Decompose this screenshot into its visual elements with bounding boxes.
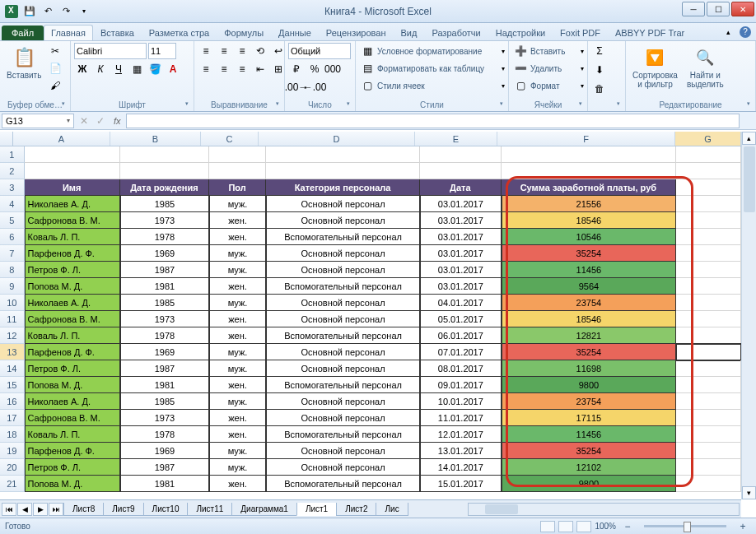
header-cell[interactable]: Дата <box>420 179 502 196</box>
redo-icon[interactable]: ↷ <box>58 3 74 20</box>
sex-cell[interactable]: муж. <box>209 262 266 278</box>
date-cell[interactable]: 03.01.2017 <box>420 245 502 262</box>
name-cell[interactable]: Попова М. Д. <box>25 476 120 492</box>
sort-filter-button[interactable]: 🔽 Сортировка и фильтр <box>629 43 681 91</box>
minimize-ribbon-icon[interactable]: ▴ <box>720 24 736 40</box>
cell[interactable] <box>502 163 677 179</box>
category-cell[interactable]: Основной персонал <box>266 459 420 476</box>
salary-cell[interactable]: 11456 <box>502 262 677 278</box>
merge-icon[interactable]: ⊞ <box>270 61 287 77</box>
row-header[interactable]: 10 <box>0 295 25 311</box>
birth-cell[interactable]: 1981 <box>120 278 209 295</box>
birth-cell[interactable]: 1969 <box>120 443 209 459</box>
save-icon[interactable]: 💾 <box>21 3 38 20</box>
birth-cell[interactable]: 1985 <box>120 196 209 212</box>
date-cell[interactable]: 03.01.2017 <box>420 229 502 245</box>
scroll-up-icon[interactable]: ▴ <box>742 132 756 145</box>
view-break-icon[interactable] <box>576 521 591 532</box>
ribbon-tab[interactable]: Вид <box>394 25 425 40</box>
name-box[interactable]: G13▾ <box>2 114 74 128</box>
salary-cell[interactable]: 12821 <box>502 327 677 344</box>
category-cell[interactable]: Основной персонал <box>266 196 420 212</box>
column-header[interactable]: G <box>675 132 741 146</box>
name-cell[interactable]: Попова М. Д. <box>25 377 120 393</box>
sheet-nav-first-icon[interactable]: ⏮ <box>2 503 16 516</box>
birth-cell[interactable]: 1978 <box>120 327 209 344</box>
view-normal-icon[interactable] <box>540 521 555 532</box>
header-cell[interactable]: Пол <box>209 179 266 196</box>
sex-cell[interactable]: муж. <box>209 459 266 476</box>
name-cell[interactable]: Петров Ф. Л. <box>25 360 120 377</box>
cell[interactable] <box>209 146 266 163</box>
row-header[interactable]: 15 <box>0 377 25 393</box>
sheet-tab[interactable]: Лис <box>376 503 408 516</box>
header-cell[interactable]: Сумма заработной платы, руб <box>502 179 677 196</box>
qa-customize-icon[interactable]: ▾ <box>76 3 92 20</box>
sheet-tab[interactable]: Диаграмма1 <box>231 503 297 516</box>
row-header[interactable]: 5 <box>0 212 25 229</box>
category-cell[interactable]: Вспомогательный персонал <box>266 377 420 393</box>
birth-cell[interactable]: 1985 <box>120 393 209 410</box>
date-cell[interactable]: 15.01.2017 <box>420 476 502 492</box>
orientation-icon[interactable]: ⟲ <box>252 43 268 59</box>
row-header[interactable]: 16 <box>0 393 25 410</box>
ribbon-tab[interactable]: Вставка <box>93 25 142 40</box>
cell[interactable] <box>676 377 741 393</box>
ribbon-tab[interactable]: Главная <box>44 25 93 40</box>
category-cell[interactable]: Основной персонал <box>266 344 420 360</box>
name-cell[interactable]: Коваль Л. П. <box>25 426 120 443</box>
select-all-corner[interactable] <box>0 132 13 146</box>
salary-cell[interactable]: 9800 <box>502 476 677 492</box>
column-header[interactable]: A <box>13 132 110 146</box>
category-cell[interactable]: Основной персонал <box>266 212 420 229</box>
sheet-tab[interactable]: Лист10 <box>143 503 189 516</box>
sex-cell[interactable]: жен. <box>209 426 266 443</box>
zoom-in-icon[interactable]: + <box>735 518 751 535</box>
row-header[interactable]: 19 <box>0 443 25 459</box>
row-header[interactable]: 7 <box>0 245 25 262</box>
format-as-table-button[interactable]: ▤Форматировать как таблицу▾ <box>359 60 505 77</box>
autosum-icon[interactable]: Σ <box>591 43 608 59</box>
italic-icon[interactable]: К <box>92 61 109 77</box>
birth-cell[interactable]: 1981 <box>120 377 209 393</box>
undo-icon[interactable]: ↶ <box>40 3 56 20</box>
row-header[interactable]: 14 <box>0 360 25 377</box>
name-cell[interactable]: Сафронова В. М. <box>25 311 120 327</box>
zoom-slider[interactable] <box>644 525 726 527</box>
salary-cell[interactable]: 17115 <box>502 410 677 426</box>
sheet-tab[interactable]: Лист1 <box>296 503 337 516</box>
ribbon-tab[interactable]: Рецензирован <box>319 25 394 40</box>
name-cell[interactable]: Коваль Л. П. <box>25 327 120 344</box>
date-cell[interactable]: 09.01.2017 <box>420 377 502 393</box>
close-button[interactable]: ✕ <box>731 2 754 16</box>
ribbon-tab[interactable]: ABBYY PDF Trar <box>608 25 692 40</box>
salary-cell[interactable]: 23754 <box>502 393 677 410</box>
salary-cell[interactable]: 9564 <box>502 278 677 295</box>
sex-cell[interactable]: муж. <box>209 393 266 410</box>
cell[interactable] <box>676 212 741 229</box>
date-cell[interactable]: 07.01.2017 <box>420 344 502 360</box>
format-button[interactable]: ▢Формат▾ <box>512 77 584 94</box>
column-header[interactable]: F <box>497 132 675 146</box>
category-cell[interactable]: Основной персонал <box>266 443 420 459</box>
cell[interactable] <box>676 163 741 179</box>
name-cell[interactable]: Парфенов Д. Ф. <box>25 443 120 459</box>
cell[interactable] <box>676 179 741 196</box>
date-cell[interactable]: 12.01.2017 <box>420 426 502 443</box>
column-header[interactable]: B <box>110 132 201 146</box>
category-cell[interactable]: Основной персонал <box>266 262 420 278</box>
category-cell[interactable]: Основной персонал <box>266 393 420 410</box>
birth-cell[interactable]: 1987 <box>120 262 209 278</box>
date-cell[interactable]: 11.01.2017 <box>420 410 502 426</box>
row-header[interactable]: 6 <box>0 229 25 245</box>
salary-cell[interactable]: 11456 <box>502 426 677 443</box>
category-cell[interactable]: Основной персонал <box>266 295 420 311</box>
vertical-scrollbar[interactable]: ▴ ▾ <box>741 132 756 499</box>
salary-cell[interactable]: 18546 <box>502 311 677 327</box>
underline-icon[interactable]: Ч <box>110 61 127 77</box>
font-size-select[interactable] <box>148 43 176 59</box>
border-icon[interactable]: ▦ <box>128 61 145 77</box>
cell[interactable] <box>502 146 677 163</box>
date-cell[interactable]: 05.01.2017 <box>420 311 502 327</box>
header-cell[interactable]: Категория персонала <box>266 179 420 196</box>
